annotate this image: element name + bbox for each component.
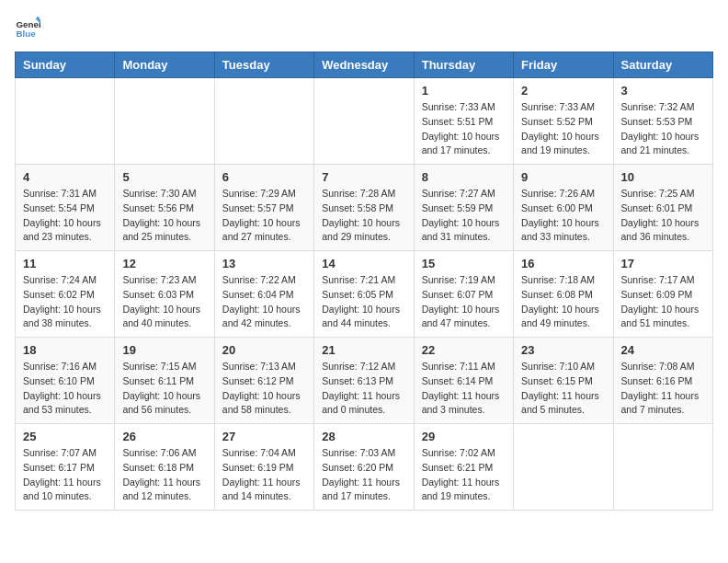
day-info: Sunrise: 7:11 AM Sunset: 6:14 PM Dayligh… <box>422 360 506 418</box>
day-number: 10 <box>621 170 705 184</box>
day-info: Sunrise: 7:28 AM Sunset: 5:58 PM Dayligh… <box>322 187 405 245</box>
day-cell: 4Sunrise: 7:31 AM Sunset: 5:54 PM Daylig… <box>16 165 115 251</box>
day-info: Sunrise: 7:27 AM Sunset: 5:59 PM Dayligh… <box>422 187 506 245</box>
day-cell: 3Sunrise: 7:32 AM Sunset: 5:53 PM Daylig… <box>613 78 712 165</box>
day-number: 29 <box>422 430 506 443</box>
day-cell <box>314 78 414 165</box>
day-info: Sunrise: 7:06 AM Sunset: 6:18 PM Dayligh… <box>122 446 206 504</box>
day-cell <box>214 78 313 165</box>
day-number: 17 <box>621 257 705 270</box>
day-number: 4 <box>23 170 107 184</box>
day-number: 19 <box>122 343 206 357</box>
day-info: Sunrise: 7:23 AM Sunset: 6:03 PM Dayligh… <box>122 273 206 331</box>
day-info: Sunrise: 7:24 AM Sunset: 6:02 PM Dayligh… <box>23 273 107 331</box>
column-header-saturday: Saturday <box>613 52 712 78</box>
day-number: 16 <box>521 257 605 270</box>
day-number: 28 <box>322 430 405 443</box>
calendar-table: SundayMondayTuesdayWednesdayThursdayFrid… <box>15 52 713 511</box>
day-info: Sunrise: 7:16 AM Sunset: 6:10 PM Dayligh… <box>23 360 107 418</box>
day-info: Sunrise: 7:32 AM Sunset: 5:53 PM Dayligh… <box>621 100 705 158</box>
day-info: Sunrise: 7:12 AM Sunset: 6:13 PM Dayligh… <box>322 360 405 418</box>
day-info: Sunrise: 7:33 AM Sunset: 5:52 PM Dayligh… <box>521 100 605 158</box>
day-number: 1 <box>422 84 506 98</box>
day-cell: 28Sunrise: 7:03 AM Sunset: 6:20 PM Dayli… <box>314 424 414 511</box>
day-cell: 18Sunrise: 7:16 AM Sunset: 6:10 PM Dayli… <box>16 338 115 424</box>
day-number: 24 <box>621 343 705 357</box>
day-cell: 2Sunrise: 7:33 AM Sunset: 5:52 PM Daylig… <box>514 78 613 165</box>
day-info: Sunrise: 7:26 AM Sunset: 6:00 PM Dayligh… <box>521 187 605 245</box>
day-info: Sunrise: 7:02 AM Sunset: 6:21 PM Dayligh… <box>422 446 506 504</box>
day-number: 3 <box>621 84 705 98</box>
column-header-wednesday: Wednesday <box>314 52 414 78</box>
day-cell: 29Sunrise: 7:02 AM Sunset: 6:21 PM Dayli… <box>414 424 513 511</box>
day-cell: 22Sunrise: 7:11 AM Sunset: 6:14 PM Dayli… <box>414 338 513 424</box>
day-number: 2 <box>521 84 605 98</box>
day-number: 26 <box>122 430 206 443</box>
day-info: Sunrise: 7:04 AM Sunset: 6:19 PM Dayligh… <box>222 446 306 504</box>
day-cell: 25Sunrise: 7:07 AM Sunset: 6:17 PM Dayli… <box>16 424 115 511</box>
day-cell: 27Sunrise: 7:04 AM Sunset: 6:19 PM Dayli… <box>214 424 313 511</box>
day-number: 22 <box>422 343 506 357</box>
day-info: Sunrise: 7:21 AM Sunset: 6:05 PM Dayligh… <box>322 273 405 331</box>
day-info: Sunrise: 7:18 AM Sunset: 6:08 PM Dayligh… <box>521 273 605 331</box>
day-cell: 21Sunrise: 7:12 AM Sunset: 6:13 PM Dayli… <box>314 338 414 424</box>
day-number: 9 <box>521 170 605 184</box>
day-number: 5 <box>122 170 206 184</box>
calendar-header-row: SundayMondayTuesdayWednesdayThursdayFrid… <box>16 52 713 78</box>
day-number: 20 <box>222 343 306 357</box>
day-number: 11 <box>23 257 107 270</box>
day-info: Sunrise: 7:22 AM Sunset: 6:04 PM Dayligh… <box>222 273 306 331</box>
day-cell <box>16 78 115 165</box>
day-cell: 9Sunrise: 7:26 AM Sunset: 6:00 PM Daylig… <box>514 165 613 251</box>
day-cell: 20Sunrise: 7:13 AM Sunset: 6:12 PM Dayli… <box>214 338 313 424</box>
day-number: 14 <box>322 257 405 270</box>
svg-text:Blue: Blue <box>16 29 36 39</box>
day-cell: 17Sunrise: 7:17 AM Sunset: 6:09 PM Dayli… <box>613 251 712 338</box>
day-cell <box>115 78 214 165</box>
day-info: Sunrise: 7:08 AM Sunset: 6:16 PM Dayligh… <box>621 360 705 418</box>
day-info: Sunrise: 7:29 AM Sunset: 5:57 PM Dayligh… <box>222 187 306 245</box>
day-cell: 15Sunrise: 7:19 AM Sunset: 6:07 PM Dayli… <box>414 251 513 338</box>
day-cell: 7Sunrise: 7:28 AM Sunset: 5:58 PM Daylig… <box>314 165 414 251</box>
day-number: 27 <box>222 430 306 443</box>
day-number: 25 <box>23 430 107 443</box>
day-info: Sunrise: 7:19 AM Sunset: 6:07 PM Dayligh… <box>422 273 506 331</box>
column-header-thursday: Thursday <box>414 52 513 78</box>
column-header-sunday: Sunday <box>16 52 115 78</box>
day-cell: 10Sunrise: 7:25 AM Sunset: 6:01 PM Dayli… <box>613 165 712 251</box>
day-cell: 19Sunrise: 7:15 AM Sunset: 6:11 PM Dayli… <box>115 338 214 424</box>
day-number: 7 <box>322 170 405 184</box>
day-number: 12 <box>122 257 206 270</box>
day-number: 21 <box>322 343 405 357</box>
day-cell: 5Sunrise: 7:30 AM Sunset: 5:56 PM Daylig… <box>115 165 214 251</box>
day-number: 6 <box>222 170 306 184</box>
week-row-1: 1Sunrise: 7:33 AM Sunset: 5:51 PM Daylig… <box>16 78 713 165</box>
logo-icon: General Blue <box>15 15 40 40</box>
column-header-friday: Friday <box>514 52 613 78</box>
day-info: Sunrise: 7:25 AM Sunset: 6:01 PM Dayligh… <box>621 187 705 245</box>
day-info: Sunrise: 7:31 AM Sunset: 5:54 PM Dayligh… <box>23 187 107 245</box>
svg-marker-2 <box>35 16 40 19</box>
day-info: Sunrise: 7:30 AM Sunset: 5:56 PM Dayligh… <box>122 187 206 245</box>
day-cell: 8Sunrise: 7:27 AM Sunset: 5:59 PM Daylig… <box>414 165 513 251</box>
day-number: 23 <box>521 343 605 357</box>
column-header-tuesday: Tuesday <box>214 52 313 78</box>
day-number: 15 <box>422 257 506 270</box>
day-info: Sunrise: 7:15 AM Sunset: 6:11 PM Dayligh… <box>122 360 206 418</box>
day-cell: 13Sunrise: 7:22 AM Sunset: 6:04 PM Dayli… <box>214 251 313 338</box>
day-info: Sunrise: 7:03 AM Sunset: 6:20 PM Dayligh… <box>322 446 405 504</box>
day-number: 18 <box>23 343 107 357</box>
week-row-5: 25Sunrise: 7:07 AM Sunset: 6:17 PM Dayli… <box>16 424 713 511</box>
day-info: Sunrise: 7:17 AM Sunset: 6:09 PM Dayligh… <box>621 273 705 331</box>
day-cell <box>514 424 613 511</box>
day-cell: 1Sunrise: 7:33 AM Sunset: 5:51 PM Daylig… <box>414 78 513 165</box>
day-cell: 11Sunrise: 7:24 AM Sunset: 6:02 PM Dayli… <box>16 251 115 338</box>
day-cell: 6Sunrise: 7:29 AM Sunset: 5:57 PM Daylig… <box>214 165 313 251</box>
day-number: 8 <box>422 170 506 184</box>
day-info: Sunrise: 7:10 AM Sunset: 6:15 PM Dayligh… <box>521 360 605 418</box>
day-info: Sunrise: 7:13 AM Sunset: 6:12 PM Dayligh… <box>222 360 306 418</box>
day-cell: 16Sunrise: 7:18 AM Sunset: 6:08 PM Dayli… <box>514 251 613 338</box>
logo: General Blue <box>15 15 44 40</box>
day-cell: 26Sunrise: 7:06 AM Sunset: 6:18 PM Dayli… <box>115 424 214 511</box>
week-row-2: 4Sunrise: 7:31 AM Sunset: 5:54 PM Daylig… <box>16 165 713 251</box>
